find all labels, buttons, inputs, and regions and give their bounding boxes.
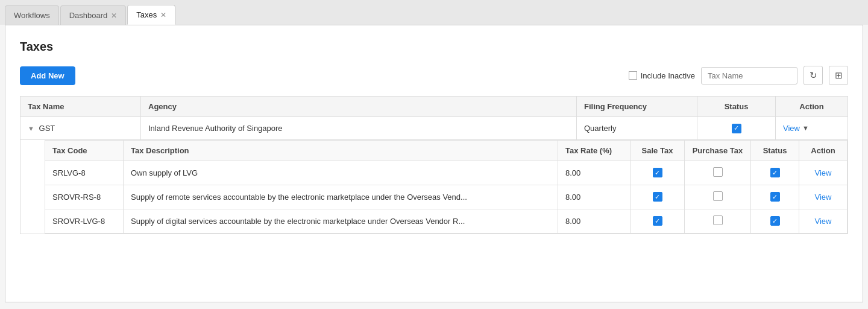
tab-dashboard-label: Dashboard [69, 11, 108, 20]
tab-taxes-close[interactable]: ✕ [160, 11, 166, 19]
sub-view-link-0[interactable]: View [815, 168, 832, 177]
sub-cell-description-2: Supply of digital services accountable b… [124, 209, 558, 233]
col-status: Status [697, 97, 776, 117]
sub-cell-tax-code-2: SROVR-LVG-8 [45, 209, 124, 233]
sub-cell-sale-tax-1: ✓ [631, 185, 685, 209]
sub-cell-status-2: ✓ [751, 209, 799, 233]
cell-tax-name: ▼ GST [20, 117, 141, 140]
tab-taxes-label: Taxes [136, 10, 157, 19]
sub-table-row: SRLVG-8 Own supply of LVG 8.00 ✓ [45, 161, 848, 185]
include-inactive-text: Include Inactive [641, 71, 695, 80]
main-table-header-row: Tax Name Agency Filing Frequency Status … [20, 97, 848, 117]
tabs-bar: Workflows Dashboard ✕ Taxes ✕ [0, 0, 868, 25]
tab-dashboard-close[interactable]: ✕ [111, 12, 117, 19]
sub-cell-action-0: View [799, 161, 848, 185]
include-inactive-label[interactable]: Include Inactive [629, 71, 695, 80]
sub-col-purchase-tax: Purchase Tax [685, 140, 751, 161]
page-title: Taxes [20, 40, 848, 54]
sub-table-wrapper: Tax Code Tax Description Tax Rate (%) Sa… [20, 140, 848, 234]
sale-tax-checkbox-2[interactable]: ✓ [653, 216, 662, 226]
sub-table: Tax Code Tax Description Tax Rate (%) Sa… [45, 140, 848, 234]
sub-col-tax-code: Tax Code [45, 140, 124, 161]
tab-taxes[interactable]: Taxes ✕ [127, 5, 175, 25]
sub-col-sale-tax: Sale Tax [631, 140, 685, 161]
sub-cell-tax-code-0: SRLVG-8 [45, 161, 124, 185]
table-row: ▼ GST Inland Revenue Authority of Singap… [20, 117, 848, 140]
sub-col-tax-description: Tax Description [124, 140, 558, 161]
sub-cell-action-1: View [799, 185, 848, 209]
sub-col-status: Status [751, 140, 799, 161]
sub-cell-status-1: ✓ [751, 185, 799, 209]
sub-status-checkbox-0[interactable]: ✓ [770, 168, 780, 177]
sub-table-container: Tax Code Tax Description Tax Rate (%) Sa… [20, 140, 848, 234]
browser-frame: Workflows Dashboard ✕ Taxes ✕ Taxes Add … [0, 0, 868, 309]
dropdown-arrow-icon[interactable]: ▼ [802, 124, 809, 132]
sub-cell-tax-code-1: SROVR-RS-8 [45, 185, 124, 209]
sale-tax-checkbox-1[interactable]: ✓ [653, 192, 662, 202]
sub-cell-rate-0: 8.00 [558, 161, 631, 185]
tab-workflows-label: Workflows [14, 11, 50, 20]
main-content: Taxes Add New Include Inactive ↻ ⊞ [5, 25, 863, 302]
sub-cell-status-0: ✓ [751, 161, 799, 185]
sub-cell-purchase-tax-2 [685, 209, 751, 233]
sub-cell-rate-2: 8.00 [558, 209, 631, 233]
sub-cell-purchase-tax-0 [685, 161, 751, 185]
col-filing-frequency: Filing Frequency [577, 97, 697, 117]
sub-cell-action-2: View [799, 209, 848, 233]
sub-col-action: Action [799, 140, 848, 161]
cell-filing-frequency: Quarterly [577, 117, 697, 140]
purchase-tax-checkbox-2[interactable] [713, 215, 723, 225]
sub-status-checkbox-1[interactable]: ✓ [770, 192, 780, 202]
tab-dashboard[interactable]: Dashboard ✕ [60, 5, 127, 25]
toolbar-right: Include Inactive ↻ ⊞ [629, 66, 848, 85]
action-dropdown: View ▼ [783, 124, 840, 133]
toolbar: Add New Include Inactive ↻ ⊞ [20, 66, 848, 85]
tax-name-input[interactable] [701, 67, 797, 84]
sub-cell-description-1: Supply of remote services accountable by… [124, 185, 558, 209]
sub-cell-purchase-tax-1 [685, 185, 751, 209]
columns-button[interactable]: ⊞ [829, 66, 848, 85]
sub-table-row: SROVR-RS-8 Supply of remote services acc… [45, 185, 848, 209]
main-table: Tax Name Agency Filing Frequency Status … [20, 96, 848, 140]
cell-agency: Inland Revenue Authority of Singapore [141, 117, 577, 140]
tab-workflows[interactable]: Workflows [5, 5, 59, 25]
purchase-tax-checkbox-1[interactable] [713, 191, 723, 201]
sub-view-link-1[interactable]: View [815, 193, 832, 202]
status-checkbox-checked[interactable]: ✓ [732, 124, 741, 133]
sub-cell-sale-tax-0: ✓ [631, 161, 685, 185]
purchase-tax-checkbox-0[interactable] [713, 167, 723, 177]
view-link[interactable]: View [783, 124, 800, 133]
include-inactive-checkbox[interactable] [629, 71, 637, 80]
sub-cell-description-0: Own supply of LVG [124, 161, 558, 185]
col-tax-name: Tax Name [20, 97, 141, 117]
sub-status-checkbox-2[interactable]: ✓ [770, 216, 780, 226]
sub-cell-sale-tax-2: ✓ [631, 209, 685, 233]
sale-tax-checkbox-0[interactable]: ✓ [653, 168, 662, 177]
cell-status: ✓ [697, 117, 776, 140]
sub-table-header-row: Tax Code Tax Description Tax Rate (%) Sa… [45, 140, 848, 161]
col-action: Action [776, 97, 848, 117]
sub-col-tax-rate: Tax Rate (%) [558, 140, 631, 161]
columns-icon: ⊞ [835, 70, 843, 81]
refresh-button[interactable]: ↻ [804, 66, 823, 85]
col-agency: Agency [141, 97, 577, 117]
refresh-icon: ↻ [810, 70, 817, 81]
sub-cell-rate-1: 8.00 [558, 185, 631, 209]
add-new-button[interactable]: Add New [20, 66, 75, 85]
sub-table-row: SROVR-LVG-8 Supply of digital services a… [45, 209, 848, 233]
sub-view-link-2[interactable]: View [815, 217, 832, 226]
cell-action: View ▼ [776, 117, 848, 140]
row-expand-icon[interactable]: ▼ [28, 125, 34, 132]
